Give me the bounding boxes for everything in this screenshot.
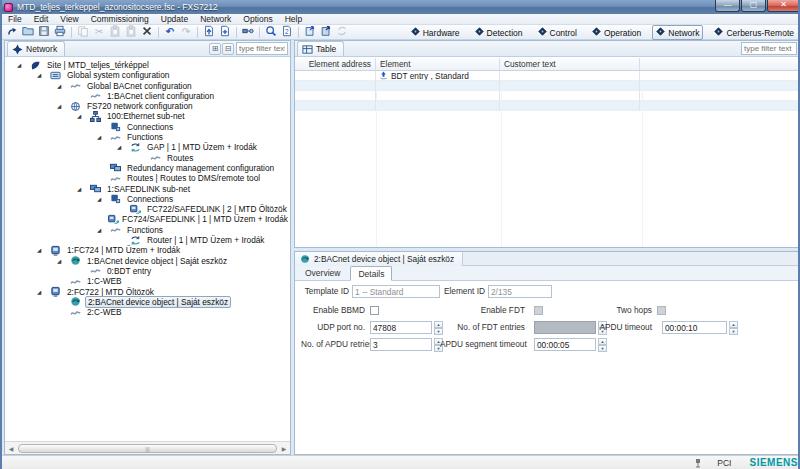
tree-item-label[interactable]: Routes [165, 153, 195, 163]
menu-options[interactable]: Options [237, 14, 278, 24]
tree-item-label[interactable]: Connections [125, 194, 175, 204]
tree-filter-input[interactable] [236, 42, 288, 55]
tree-item-label[interactable]: 0:BDT entry [105, 266, 153, 276]
tree-item[interactable]: Routes [5, 153, 290, 163]
tree-item[interactable]: ◢ 1:BACnet device object | Saját eszköz [5, 256, 290, 266]
tree-item[interactable]: FC724/SAFEDLINK | 1 | MTD Üzem + Irodák [5, 214, 290, 224]
table-row[interactable] [295, 81, 799, 91]
search-button[interactable] [263, 25, 279, 39]
tree-item-label[interactable]: Redundancy management configuration [125, 163, 276, 173]
new-button[interactable] [4, 25, 20, 39]
tree-item[interactable]: Router | 1 | MTD Üzem + Irodák [5, 235, 290, 245]
scroll-right-arrow-icon[interactable]: ▶ [278, 445, 290, 452]
scroll-left-arrow-icon[interactable]: ◀ [5, 445, 17, 452]
tree-item-label[interactable]: Global BACnet configuration [85, 81, 194, 91]
save-button[interactable] [36, 25, 52, 39]
menu-view[interactable]: View [54, 14, 84, 24]
expander-expanded-icon[interactable]: ◢ [112, 142, 130, 152]
tree-item-label[interactable]: FC722/SAFEDLINK | 2 | MTD Öltözök [145, 204, 289, 214]
title-bar[interactable]: MTD_teljes_terkeppel_azonositocsere.fsc … [0, 0, 800, 14]
expand-all-button[interactable]: ⊞ [209, 43, 221, 55]
tree-item[interactable]: ◢ GAP | 1 | MTD Üzem + Irodák [5, 142, 290, 152]
undo-button[interactable]: ↶ [162, 25, 178, 39]
expander-expanded-icon[interactable]: ◢ [92, 194, 110, 204]
tree-item[interactable]: ◢ Connections [5, 194, 290, 204]
scrollbar-thumb[interactable] [18, 444, 277, 453]
collapse-all-button[interactable]: ⊟ [222, 43, 234, 55]
expander-expanded-icon[interactable]: ◢ [52, 101, 70, 111]
apdu-segment-timeout-stepper[interactable]: ▲▼ [598, 338, 607, 351]
apdu-segment-timeout-field[interactable] [534, 338, 596, 351]
tree-item-label[interactable]: Functions [125, 225, 165, 235]
tree-item[interactable]: Routes | Routes to DMS/remote tool [5, 173, 290, 183]
apdu-timeout-field[interactable] [662, 321, 727, 334]
expander-expanded-icon[interactable]: ◢ [92, 132, 110, 142]
tree-item[interactable]: 2:BACnet device object | Saját eszköz [5, 297, 290, 307]
table-row[interactable] [295, 91, 799, 101]
task-hardware[interactable]: Hardware [407, 25, 464, 40]
tree-item-label[interactable]: 1:BACnet device object | Saját eszköz [85, 256, 229, 266]
maximize-button[interactable]: ▢ [741, 0, 766, 12]
menu-update[interactable]: Update [155, 14, 194, 24]
tree-item[interactable]: ◢ Functions [5, 132, 290, 142]
tab-table[interactable]: Table [297, 41, 344, 56]
expander-expanded-icon[interactable]: ◢ [52, 81, 70, 91]
column-header-element[interactable]: Element [376, 58, 500, 70]
tree-item-label[interactable]: Routes | Routes to DMS/remote tool [125, 173, 262, 183]
tree-item-label[interactable]: Router | 1 | MTD Üzem + Irodák [145, 235, 267, 245]
apdu-timeout-stepper[interactable]: ▲▼ [729, 321, 738, 334]
tree-item-label[interactable]: FC724/SAFEDLINK | 1 | MTD Üzem + Irodák [120, 214, 290, 224]
tree-item[interactable]: ◢ Global system configuration [5, 70, 290, 80]
tree-item-label[interactable]: Functions [125, 132, 165, 142]
tree-item[interactable]: ◢ 1:SAFEDLINK sub-net [5, 184, 290, 194]
tree-item-label[interactable]: 100:Ethernet sub-net [105, 111, 187, 121]
tree-item-label[interactable]: 2:C-WEB [85, 307, 124, 317]
task-detection[interactable]: Detection [471, 25, 527, 40]
tree-item[interactable]: ◢ Global BACnet configuration [5, 81, 290, 91]
connect-button[interactable] [240, 25, 256, 39]
tree-item[interactable]: ◢ 100:Ethernet sub-net [5, 111, 290, 121]
tab-details[interactable]: Details [350, 266, 392, 281]
tree-item[interactable]: Redundancy management configuration [5, 163, 290, 173]
expander-expanded-icon[interactable]: ◢ [32, 245, 50, 255]
expander-expanded-icon[interactable]: ◢ [72, 111, 90, 121]
tree-item-label[interactable]: 1:SAFEDLINK sub-net [105, 184, 192, 194]
tab-overview[interactable]: Overview [298, 266, 347, 280]
tree-item[interactable]: ◢ Site | MTD_teljes_térképpel [5, 60, 290, 70]
tree-item-label[interactable]: 1:BACnet client configuration [105, 91, 216, 101]
tree-item-label[interactable]: Site | MTD_teljes_térképpel [45, 60, 151, 70]
tree-item-label[interactable]: GAP | 1 | MTD Üzem + Irodák [145, 142, 259, 152]
table-filter-input[interactable] [741, 42, 797, 55]
tree-item[interactable]: 1:BACnet client configuration [5, 91, 290, 101]
upload-alt-button[interactable] [318, 25, 334, 39]
task-control[interactable]: Control [534, 25, 581, 40]
minimize-button[interactable]: — [715, 0, 740, 12]
tree-item[interactable]: 2:C-WEB [5, 307, 290, 317]
tree-item[interactable]: Connections [5, 122, 290, 132]
tree-item-label[interactable]: Connections [125, 122, 175, 132]
tree-item[interactable]: 0:BDT entry [5, 266, 290, 276]
delete-button[interactable] [139, 25, 155, 39]
menu-file[interactable]: File [2, 14, 28, 24]
expander-expanded-icon[interactable]: ◢ [92, 225, 110, 235]
tree-item-label[interactable]: 1:C-WEB [85, 276, 124, 286]
menu-help[interactable]: Help [279, 14, 308, 24]
tree-item-label[interactable]: 1:FC724 | MTD Üzem + Irodák [65, 245, 182, 255]
expander-expanded-icon[interactable]: ◢ [12, 60, 30, 70]
import-button[interactable] [201, 25, 217, 39]
task-network[interactable]: Network [652, 25, 703, 40]
table-row[interactable]: BDT entry , Standard [295, 71, 799, 81]
table-row[interactable] [295, 101, 799, 111]
goto-document-button[interactable]: 2 [279, 25, 295, 39]
apdu-retries-field[interactable] [370, 338, 432, 351]
tree-item[interactable]: 1:C-WEB [5, 276, 290, 286]
column-header-customer-text[interactable]: Customer text [500, 58, 640, 70]
menu-commissioning[interactable]: Commissioning [85, 14, 155, 24]
details-header-tab[interactable]: 2:BACnet device object | Saját eszköz [295, 252, 463, 266]
column-header-element-address[interactable]: Element address [295, 58, 376, 70]
expander-expanded-icon[interactable]: ◢ [72, 184, 90, 194]
tree-item-label[interactable]: Global system configuration [65, 70, 171, 80]
task-operation[interactable]: Operation [588, 25, 645, 40]
close-button[interactable]: ✕ [767, 0, 800, 12]
expander-expanded-icon[interactable]: ◢ [32, 287, 50, 297]
